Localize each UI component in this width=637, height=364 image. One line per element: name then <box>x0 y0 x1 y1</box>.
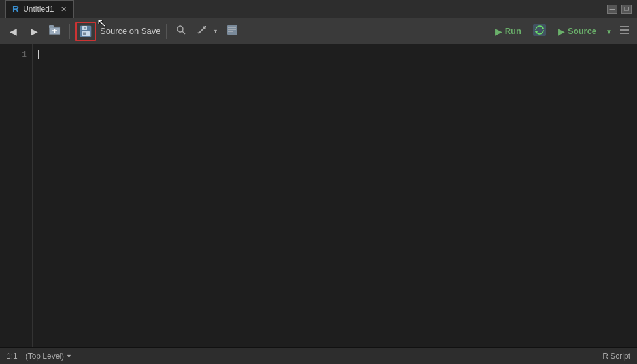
source-run-icon: ▶ <box>558 26 565 37</box>
file-type-label: R Script <box>602 352 630 361</box>
editor-toolbar: ◀ ▶ Source on Save <box>0 18 637 44</box>
scope-label: (Top Level) <box>26 352 64 361</box>
wand-button[interactable] <box>193 22 211 41</box>
status-bar: 1:1 (Top Level) ▼ R Script <box>0 347 637 364</box>
back-button[interactable]: ◀ <box>4 22 22 41</box>
wand-icon <box>197 25 207 38</box>
save-icon <box>80 25 92 37</box>
svg-point-10 <box>177 26 183 32</box>
forward-icon: ▶ <box>31 26 38 37</box>
line-numbers: 1 <box>0 44 33 347</box>
save-button[interactable] <box>75 22 96 41</box>
rerun-icon <box>533 24 546 39</box>
tab-close-button[interactable]: ✕ <box>61 5 67 14</box>
compile-icon <box>226 25 238 38</box>
title-bar: R Untitled1 ✕ — ❐ <box>0 0 637 18</box>
line-number-1: 1 <box>5 48 27 61</box>
source-dropdown-button[interactable]: ▼ <box>604 25 613 38</box>
source-label: Source <box>568 26 596 36</box>
wand-dropdown-button[interactable]: ▼ <box>211 22 220 41</box>
svg-line-14 <box>198 32 199 33</box>
divider-1 <box>69 24 70 39</box>
cursor-position: 1:1 <box>7 352 18 361</box>
divider-2 <box>166 24 167 39</box>
chevron-down-icon: ▼ <box>213 28 218 35</box>
text-cursor <box>38 50 39 59</box>
restore-button[interactable]: ❐ <box>621 5 632 14</box>
folder-icon <box>49 25 61 37</box>
source-button[interactable]: ▶ Source <box>553 24 602 39</box>
minimize-button[interactable]: — <box>607 5 617 14</box>
svg-rect-9 <box>83 32 86 35</box>
svg-line-11 <box>182 31 185 34</box>
editor-content[interactable] <box>33 44 637 347</box>
window-controls: — ❐ <box>607 5 632 14</box>
run-label: Run <box>505 26 521 36</box>
run-icon: ▶ <box>495 26 502 37</box>
hamburger-icon <box>619 25 630 37</box>
svg-rect-16 <box>227 25 237 35</box>
rerun-button[interactable] <box>529 22 550 41</box>
source-on-save-label: Source on Save <box>100 26 161 36</box>
svg-line-12 <box>199 28 204 33</box>
toolbar-menu-button[interactable] <box>616 23 633 40</box>
forward-button[interactable]: ▶ <box>25 22 43 41</box>
status-right: R Script <box>602 352 630 361</box>
svg-point-15 <box>205 26 206 27</box>
toolbar-right: ▶ Run ▶ Source ▼ <box>490 22 633 41</box>
svg-rect-7 <box>84 27 86 29</box>
run-button[interactable]: ▶ Run <box>490 24 526 39</box>
show-in-files-button[interactable] <box>46 22 64 41</box>
search-icon <box>176 25 186 38</box>
wand-dropdown[interactable]: ▼ <box>193 22 220 41</box>
scope-chevron-icon: ▼ <box>66 353 72 359</box>
editor-container: 1 <box>0 44 637 347</box>
back-icon: ◀ <box>10 26 17 37</box>
compile-button[interactable] <box>223 22 241 41</box>
tab-untitled1[interactable]: R Untitled1 ✕ <box>5 0 74 18</box>
svg-rect-1 <box>49 25 54 28</box>
find-button[interactable] <box>172 22 190 41</box>
scope-indicator[interactable]: (Top Level) ▼ <box>26 352 72 361</box>
tab-label: Untitled1 <box>23 5 54 14</box>
r-file-icon: R <box>12 4 19 14</box>
source-chevron-icon: ▼ <box>606 28 612 35</box>
